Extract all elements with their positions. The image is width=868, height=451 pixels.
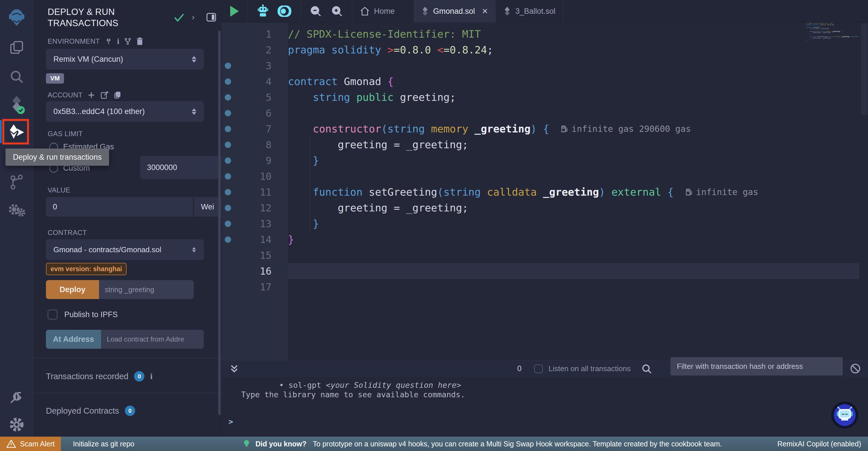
- code-text: pragma solidity >=0.8.0 <=0.8.24;: [272, 44, 493, 56]
- line-number: 9: [234, 155, 272, 166]
- info-icon[interactable]: i: [117, 37, 119, 46]
- account-label-row: ACCOUNT: [48, 91, 121, 100]
- gutter-dot-icon[interactable]: [222, 94, 234, 101]
- account-value: 0x5B3...eddC4 (100 ether): [53, 107, 145, 116]
- checkbox-icon[interactable]: [48, 310, 57, 319]
- gutter-dot-icon[interactable]: [222, 126, 234, 132]
- line-number: 11: [234, 187, 272, 198]
- publish-ipfs-label: Publish to IPFS: [64, 310, 118, 319]
- tab-strip: HomeGmonad.sol✕3_Ballot.sol: [352, 0, 563, 22]
- panel-scrollbar[interactable]: [218, 31, 221, 415]
- gutter-dot-icon[interactable]: [222, 221, 234, 227]
- deploy-args-input[interactable]: string _greeting: [99, 280, 194, 299]
- gutter-dot-icon[interactable]: [222, 173, 234, 179]
- tab-gmonad-sol[interactable]: Gmonad.sol✕: [414, 0, 496, 22]
- value-label: VALUE: [48, 186, 70, 194]
- git-icon[interactable]: [0, 174, 33, 190]
- gutter-dot-icon[interactable]: [222, 110, 234, 116]
- at-address-row: At Address Load contract from Addre: [46, 330, 204, 349]
- gutter-dot-icon[interactable]: [222, 236, 234, 243]
- transactions-recorded-row[interactable]: Transactions recorded 0 i: [46, 371, 152, 382]
- zoom-in-icon[interactable]: [331, 5, 343, 18]
- select-arrows-icon: [192, 56, 196, 63]
- gutter-dot-icon[interactable]: [222, 205, 234, 211]
- file-explorer-icon[interactable]: [0, 40, 33, 55]
- deploy-button[interactable]: Deploy: [46, 280, 99, 299]
- code-text: contract Gmonad {: [272, 76, 394, 87]
- at-address-button[interactable]: At Address: [46, 330, 101, 349]
- gutter-dot-icon[interactable]: [222, 78, 234, 85]
- code-text: string public greeting;: [272, 91, 456, 103]
- editor-scrollbar[interactable]: [861, 23, 867, 115]
- remix-ai-assistant-button[interactable]: [831, 402, 858, 429]
- gutter-dot-icon[interactable]: [222, 142, 234, 148]
- at-address-input[interactable]: Load contract from Addre: [101, 330, 204, 349]
- line-number: 5: [234, 92, 272, 103]
- environment-value: Remix VM (Cancun): [53, 55, 123, 64]
- code-text: }: [272, 218, 319, 229]
- edit-icon[interactable]: [100, 91, 109, 100]
- collapse-chevron-icon[interactable]: ›: [192, 12, 195, 22]
- publish-ipfs-row[interactable]: Publish to IPFS: [48, 310, 118, 319]
- solidity-analyzers-icon[interactable]: [0, 203, 33, 217]
- deployed-contracts-row: Deployed Contracts 0: [46, 405, 135, 416]
- info-icon[interactable]: i: [150, 372, 152, 381]
- gutter-dot-icon[interactable]: [222, 189, 234, 195]
- code-line: 10: [222, 168, 868, 184]
- code-line: 4contract Gmonad {: [222, 74, 868, 89]
- code-line: 5 string public greeting;: [222, 89, 868, 105]
- trash-icon[interactable]: [136, 37, 144, 46]
- gas-estimate-annotation: infinite gas 290600 gas: [561, 124, 691, 134]
- line-number: 16: [234, 265, 272, 277]
- copilot-status[interactable]: RemixAI Copilot (enabled): [777, 440, 861, 448]
- solidity-compiler-icon[interactable]: [0, 95, 33, 114]
- status-bar: Scam Alert Initialize as git repo Did yo…: [0, 436, 868, 451]
- terminal-output[interactable]: • sol-gpt <your Solidity question here> …: [222, 372, 868, 436]
- code-editor[interactable]: 1// SPDX-License-Identifier: MIT2pragma …: [222, 23, 868, 360]
- tab-3-ballot-sol[interactable]: 3_Ballot.sol: [496, 0, 563, 22]
- plus-icon[interactable]: [87, 91, 96, 100]
- gutter-dot-icon[interactable]: [222, 158, 234, 164]
- pin-panel-icon[interactable]: [206, 11, 217, 23]
- code-line: 7 constructor(string memory _greeting) {…: [222, 121, 868, 137]
- tab-label: Home: [374, 7, 395, 16]
- code-line: 8 greeting = _greeting;: [222, 137, 868, 152]
- tab-home[interactable]: Home: [352, 0, 402, 22]
- account-label: ACCOUNT: [48, 91, 82, 99]
- plugin-manager-icon[interactable]: [0, 389, 33, 405]
- gutter-dot-icon[interactable]: [222, 63, 234, 69]
- run-script-icon[interactable]: [230, 6, 239, 17]
- search-icon[interactable]: [0, 69, 33, 84]
- copy-icon[interactable]: [113, 91, 121, 100]
- settings-icon[interactable]: [0, 417, 33, 432]
- code-text: constructor(string memory _greeting) {: [272, 123, 549, 135]
- git-init-button[interactable]: Initialize as git repo: [73, 440, 134, 448]
- value-input[interactable]: 0: [46, 197, 193, 217]
- zoom-out-icon[interactable]: [309, 5, 322, 18]
- plug-icon[interactable]: [104, 37, 113, 46]
- contract-value: Gmonad - contracts/Gmonad.sol: [53, 245, 161, 254]
- code-line: 6: [222, 105, 868, 121]
- account-select[interactable]: 0x5B3...eddC4 (100 ether): [46, 101, 204, 122]
- line-number: 1: [234, 28, 272, 40]
- environment-label: ENVIRONMENT: [48, 37, 100, 46]
- copilot-toggle-icon[interactable]: [277, 5, 292, 18]
- fork-icon[interactable]: [124, 37, 131, 46]
- remix-logo-icon[interactable]: [0, 7, 33, 26]
- line-number: 13: [234, 218, 272, 229]
- line-number: 4: [234, 76, 272, 87]
- minimap[interactable]: // SPDX-License-Identifier: MITpragma so…: [806, 23, 858, 45]
- code-line: 13 }: [222, 216, 868, 231]
- code-line: 16: [222, 263, 868, 279]
- close-tab-icon[interactable]: ✕: [482, 7, 488, 16]
- environment-select[interactable]: Remix VM (Cancun): [46, 49, 204, 69]
- transactions-recorded-label: Transactions recorded: [46, 372, 128, 381]
- ai-robot-icon[interactable]: [256, 4, 270, 19]
- contract-select[interactable]: Gmonad - contracts/Gmonad.sol: [46, 239, 204, 260]
- terminal-prompt[interactable]: >: [228, 417, 233, 426]
- check-icon: [174, 12, 185, 22]
- scam-alert-button[interactable]: Scam Alert: [0, 436, 61, 451]
- code-text: function setGreeting(string calldata _gr…: [272, 186, 674, 198]
- did-you-know-tip: To prototype on a uniswap v4 hooks, you …: [313, 440, 722, 448]
- line-number: 14: [234, 234, 272, 245]
